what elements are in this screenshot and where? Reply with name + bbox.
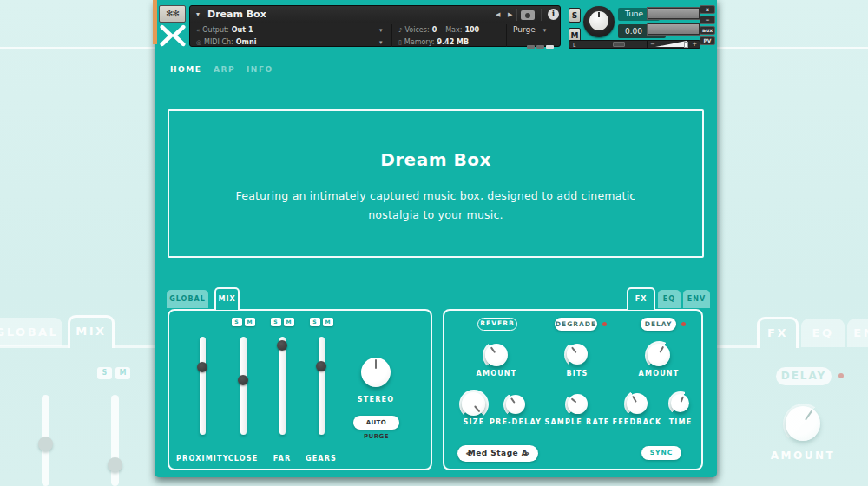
reverb-size-knob[interactable]	[462, 392, 485, 416]
knob-indicator	[563, 390, 591, 417]
slider-thumb[interactable]	[277, 340, 287, 351]
memory-icon: ▯	[398, 39, 402, 46]
nav-tab-home[interactable]: HOME	[170, 65, 201, 74]
degrade-toggle-button[interactable]: DEGRADE	[555, 318, 597, 331]
purge-label: Purge	[513, 25, 536, 34]
instrument-title: Dream Box	[207, 9, 266, 20]
sync-button[interactable]: SYNC	[641, 446, 681, 460]
hero-title: Dream Box	[169, 149, 702, 170]
instrument-window: ✻✻ ▾ Dream Box ◀ ▶ i «Output:Out 1 ▾ ◎MI…	[155, 0, 717, 477]
slider-thumb[interactable]	[316, 361, 326, 371]
dash	[536, 45, 544, 49]
dash	[527, 45, 535, 49]
solo-mini-button[interactable]: S	[310, 318, 320, 326]
tab-eq[interactable]: EQ	[658, 290, 681, 308]
volume-slider[interactable]: − +	[647, 40, 700, 49]
volume-minus[interactable]: −	[650, 41, 655, 48]
tab-global[interactable]: GLOBAL	[167, 290, 208, 308]
dash	[546, 45, 554, 49]
knob-indicator	[779, 399, 827, 448]
prev-instrument-icon[interactable]: ◀	[496, 11, 500, 18]
delay-time-knob[interactable]	[671, 394, 689, 412]
tune-knob[interactable]	[583, 6, 615, 37]
bg-mute-button: M	[115, 367, 130, 379]
next-instrument-icon[interactable]: ▶	[508, 11, 512, 18]
gear-icon[interactable]: ✻✻	[159, 5, 186, 23]
degrade-bits-label: BITS	[542, 370, 612, 378]
volume-wedge	[655, 41, 687, 47]
bg-tab-global: GLOBAL	[0, 318, 62, 346]
purge-meter-dashes	[525, 43, 554, 50]
preset-next-icon[interactable]: >	[523, 445, 530, 462]
bg-divider-line-right	[717, 47, 868, 49]
nav-tab-info[interactable]: INFO	[247, 65, 273, 74]
bg-tabline-right	[717, 345, 757, 348]
reverb-toggle-button[interactable]: REVERB	[477, 318, 517, 331]
bg-divider-line-left	[0, 47, 155, 49]
midi-row[interactable]: ◎MIDI Ch:Omni	[196, 36, 256, 48]
chevron-down-icon[interactable]: ▾	[196, 10, 200, 18]
output-dropdown-icon[interactable]: ▾	[379, 27, 383, 34]
midi-icon: ◎	[196, 39, 201, 46]
slider-track[interactable]	[240, 337, 247, 435]
degrade-bits-knob[interactable]	[567, 344, 588, 364]
bg-tab-fx: FX	[757, 317, 799, 348]
output-icon: «	[196, 27, 200, 34]
delay-feedback-knob[interactable]	[627, 393, 648, 414]
reverb-amount-knob[interactable]	[485, 344, 508, 366]
solo-button[interactable]: S	[569, 8, 581, 23]
tab-mix[interactable]: MIX	[214, 287, 240, 310]
midi-dropdown-icon[interactable]: ▾	[379, 39, 383, 46]
camera-icon[interactable]	[521, 10, 535, 20]
volume-handle[interactable]	[684, 42, 688, 48]
level-meters	[647, 7, 700, 36]
purge-dropdown-icon: ▾	[543, 27, 547, 34]
close-button[interactable]: x	[700, 5, 715, 14]
stereo-knob[interactable]	[361, 358, 391, 387]
stereo-label: STEREO	[341, 396, 411, 404]
slider-track[interactable]	[200, 337, 206, 435]
slider-thumb[interactable]	[197, 362, 207, 372]
aux-button[interactable]: aux	[700, 26, 715, 35]
knob-indicator	[481, 339, 512, 371]
info-icon[interactable]: i	[548, 9, 559, 20]
mute-mini-button[interactable]: M	[245, 318, 255, 326]
tab-env[interactable]: ENV	[683, 290, 710, 308]
mix-slider-gears: S M GEARS	[295, 318, 347, 327]
tune-knob-face	[589, 11, 608, 30]
mute-mini-button[interactable]: M	[323, 318, 333, 326]
divider	[506, 24, 507, 47]
tab-fx[interactable]: FX	[627, 287, 655, 310]
degrade-samplerate-knob[interactable]	[568, 394, 588, 414]
mute-mini-button[interactable]: M	[284, 318, 294, 326]
knob-indicator	[562, 339, 592, 369]
max-value: 100	[464, 26, 479, 34]
reverb-preset-selector[interactable]: < Med Stage A >	[457, 445, 538, 462]
hero-description-line2: nostalgia to your music.	[169, 208, 702, 221]
pv-button[interactable]: PV	[700, 36, 715, 45]
nav-tab-arp[interactable]: ARP	[214, 65, 235, 74]
auto-purge-button[interactable]: AUTO PURGE	[353, 416, 399, 430]
instrument-title-bar[interactable]: ▾ Dream Box ◀ ▶ i	[190, 6, 560, 23]
slider-track[interactable]	[319, 337, 325, 435]
reverb-predelay-knob[interactable]	[506, 395, 525, 414]
memory-value: 9.42 MB	[437, 38, 470, 46]
output-row[interactable]: «Output:Out 1	[196, 24, 253, 36]
purge-dropdown[interactable]: Purge ▾	[513, 25, 546, 34]
slider-track[interactable]	[279, 337, 286, 435]
mix-panel: PROXIMITY S M CLOSE S M FAR	[168, 309, 432, 470]
minimize-button[interactable]: −	[700, 16, 715, 24]
slider-thumb[interactable]	[238, 375, 248, 385]
delay-amount-knob[interactable]	[648, 344, 670, 366]
knob-indicator	[623, 390, 652, 418]
bg-delay-button: DELAY	[776, 367, 832, 385]
delay-toggle-button[interactable]: DELAY	[641, 318, 676, 331]
pan-handle[interactable]	[613, 42, 625, 47]
bg-amount-label: AMOUNT	[760, 450, 846, 462]
max-label: Max:	[445, 26, 462, 34]
volume-plus[interactable]: +	[692, 41, 697, 48]
solo-mini-button[interactable]: S	[232, 318, 242, 326]
voices-row: ♪Voices:0Max:100	[398, 24, 479, 36]
reverb-amount-label: AMOUNT	[462, 370, 531, 378]
solo-mini-button[interactable]: S	[271, 318, 281, 326]
